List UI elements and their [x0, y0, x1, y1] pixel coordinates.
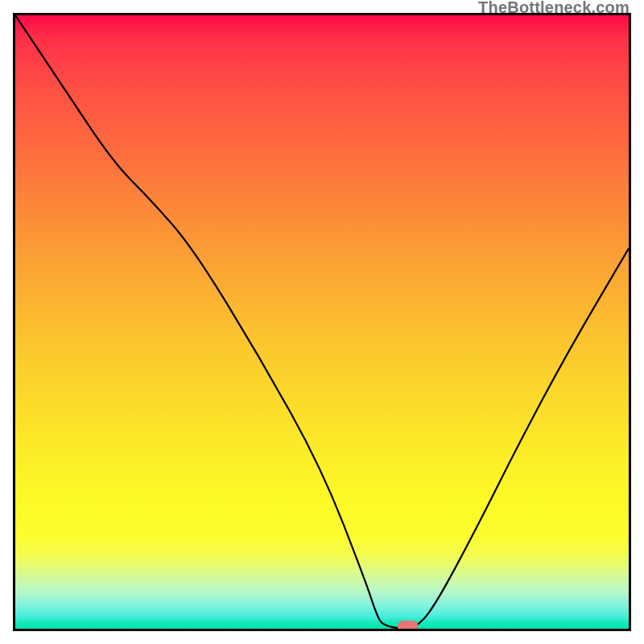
plot-area	[13, 13, 631, 631]
curve-svg	[15, 15, 629, 629]
chart-container: TheBottleneck.com	[0, 0, 644, 644]
bottleneck-curve	[15, 15, 629, 629]
optimal-point-marker	[398, 621, 419, 629]
